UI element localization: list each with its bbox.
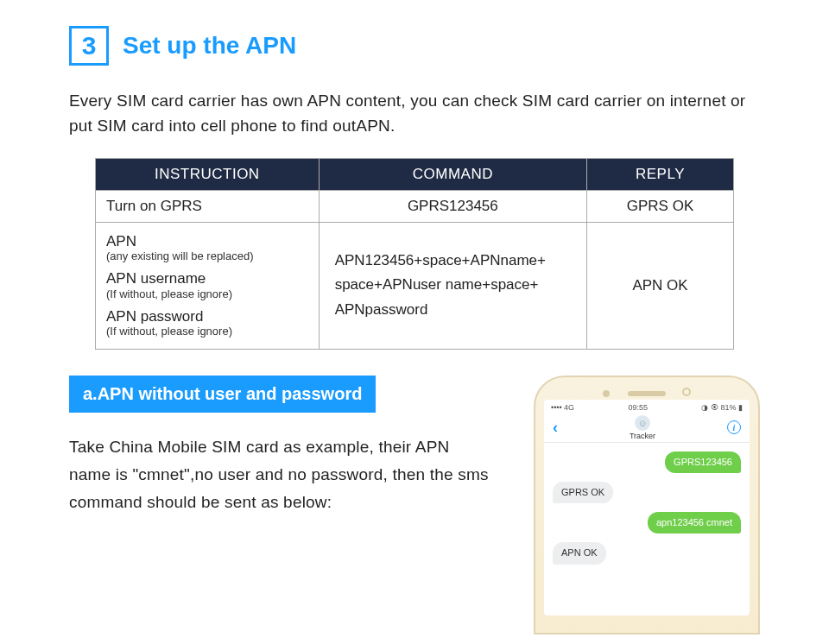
msg-incoming: APN OK — [553, 542, 606, 564]
example-text: Take China Mobile SIM card as example, t… — [69, 433, 496, 517]
cell-instruction: Turn on GPRS — [96, 190, 320, 222]
cell-reply: APN OK — [587, 222, 734, 349]
intro-paragraph: Every SIM card carrier has own APN conte… — [69, 88, 760, 139]
th-instruction: INSTRUCTION — [96, 158, 320, 190]
example-left: a.APN without user and password Take Chi… — [69, 376, 496, 517]
command-table: INSTRUCTION COMMAND REPLY Turn on GPRS G… — [95, 158, 734, 350]
status-signal: •••• 4G — [551, 403, 574, 412]
msg-outgoing: apn123456 cmnet — [648, 512, 741, 534]
th-command: COMMAND — [319, 158, 586, 190]
cmd-line: APN123456+space+APNname+ — [335, 249, 576, 274]
cell-reply: GPRS OK — [587, 190, 734, 222]
info-icon[interactable]: i — [727, 420, 741, 434]
instr-apn-pass: APN password — [106, 308, 308, 325]
table-row: Turn on GPRS GPRS123456 GPRS OK — [96, 190, 734, 222]
status-time: 09:55 — [629, 403, 649, 412]
nav-bar: ‹ ☺ Tracker i — [544, 414, 750, 443]
cmd-line: APNpassword — [335, 298, 576, 323]
msg-incoming: GPRS OK — [553, 482, 613, 503]
sub-heading: a.APN without user and password — [69, 376, 376, 413]
instr-apn-pass-note: (If without, please ignore) — [106, 325, 308, 338]
cell-command: GPRS123456 — [319, 190, 586, 222]
command-table-wrap: INSTRUCTION COMMAND REPLY Turn on GPRS G… — [69, 158, 760, 350]
phone-screen: •••• 4G 09:55 ◑ ⦿ 81% ▮ ‹ ☺ Tracker i GP… — [544, 400, 750, 616]
instr-apn-user: APN username — [106, 270, 308, 287]
instr-apn-user-note: (If without, please ignore) — [106, 288, 308, 301]
msg-outgoing: GPRS123456 — [665, 451, 741, 473]
status-bar: •••• 4G 09:55 ◑ ⦿ 81% ▮ — [544, 400, 750, 414]
status-battery: ◑ ⦿ 81% ▮ — [701, 403, 743, 412]
phone-mockup: •••• 4G 09:55 ◑ ⦿ 81% ▮ ‹ ☺ Tracker i GP… — [534, 376, 760, 635]
phone-camera-icon — [603, 390, 610, 397]
avatar-icon: ☺ — [635, 415, 650, 431]
step-header: 3 Set up the APN — [69, 26, 760, 66]
instr-apn-note: (any existing will be replaced) — [106, 250, 308, 263]
chat-thread: GPRS123456 GPRS OK apn123456 cmnet APN O… — [544, 443, 750, 573]
cell-instruction: APN (any existing will be replaced) APN … — [96, 222, 320, 349]
phone-speaker-icon — [628, 391, 666, 396]
cmd-line: space+APNuser name+space+ — [335, 273, 576, 298]
example-row: a.APN without user and password Take Chi… — [69, 376, 760, 635]
step-title: Set up the APN — [123, 32, 296, 60]
nav-center: ☺ Tracker — [558, 415, 727, 440]
table-row: APN (any existing will be replaced) APN … — [96, 222, 734, 349]
instr-apn: APN — [106, 233, 308, 250]
cell-command: APN123456+space+APNname+ space+APNuser n… — [319, 222, 586, 349]
th-reply: REPLY — [587, 158, 734, 190]
step-number-badge: 3 — [69, 26, 109, 66]
phone-sensor-icon — [682, 388, 691, 396]
contact-name: Tracker — [558, 432, 727, 440]
